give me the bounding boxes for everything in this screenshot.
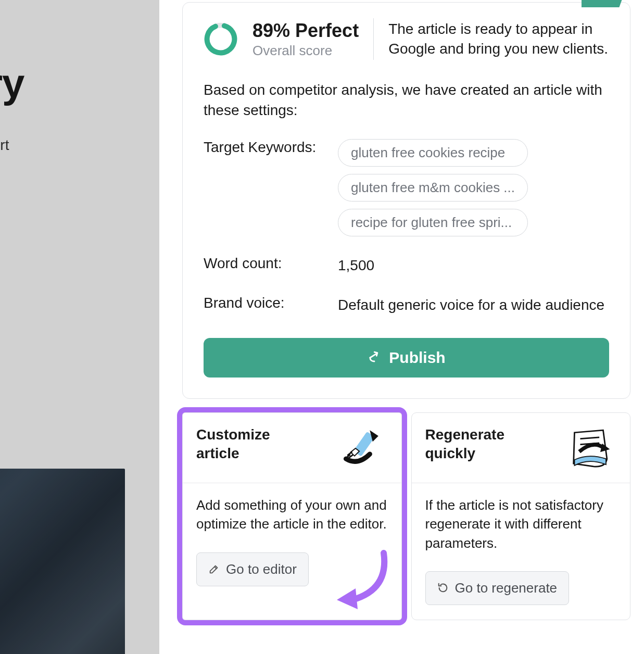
keywords-label: Target Keywords: xyxy=(204,139,333,156)
score-card: 89% Perfect Overall score The article is… xyxy=(182,2,630,399)
publish-button[interactable]: Publish xyxy=(204,338,609,378)
edit-icon xyxy=(208,563,220,575)
word-count-value: 1,500 xyxy=(338,255,374,275)
keyword-pill[interactable]: gluten free m&m cookies ... xyxy=(338,174,528,202)
annotation-arrow-icon xyxy=(332,548,394,610)
pencil-icon xyxy=(332,425,389,472)
publish-arrow-icon xyxy=(367,350,382,365)
brand-voice-value: Default generic voice for a wide audienc… xyxy=(338,295,604,315)
competitor-intro-text: Based on competitor analysis, we have cr… xyxy=(204,80,609,120)
decorative-illustration xyxy=(582,0,623,7)
score-ring-icon xyxy=(204,22,238,56)
keyword-pill[interactable]: gluten free cookies recipe xyxy=(338,139,528,167)
refresh-icon xyxy=(437,582,449,594)
article-image-placeholder xyxy=(0,469,125,654)
go-to-regenerate-button[interactable]: Go to regenerate xyxy=(425,571,570,605)
word-count-label: Word count: xyxy=(204,255,333,272)
article-text-fragment: ese treats at xyxy=(0,356,159,375)
publish-button-label: Publish xyxy=(389,349,445,367)
customize-description: Add something of your own and optimize t… xyxy=(196,496,388,534)
vertical-divider xyxy=(373,18,374,60)
customize-title: Customize article xyxy=(196,425,300,463)
keywords-pill-list: gluten free cookies recipe gluten free m… xyxy=(338,139,528,236)
score-percent: 89% Perfect xyxy=(252,20,359,42)
article-title-fragment: to Try xyxy=(0,62,159,105)
score-ready-text: The article is ready to appear in Google… xyxy=(388,19,609,59)
regenerate-description: If the article is not satisfactory regen… xyxy=(425,496,617,552)
article-text-fragment: nse of comfort xyxy=(0,135,159,155)
customize-article-card: Customize article Add something of your … xyxy=(182,412,402,620)
article-text-fragment: ? Absolutely not! xyxy=(0,196,159,216)
side-panel: 89% Perfect Overall score The article is… xyxy=(159,0,644,654)
article-text-fragment: rafted to ensure xyxy=(0,295,159,315)
svg-marker-4 xyxy=(337,588,358,609)
keyword-pill[interactable]: recipe for gluten free spri... xyxy=(338,209,528,236)
refresh-document-icon xyxy=(560,425,617,472)
article-text-fragment: ce, we've got you xyxy=(0,235,159,255)
regenerate-article-card: Regenerate quickly If the article is not… xyxy=(411,412,631,620)
go-to-regenerate-label: Go to regenerate xyxy=(455,580,558,596)
background-article-preview: to Try nse of comfort ? Absolutely not! … xyxy=(0,0,159,654)
go-to-editor-button[interactable]: Go to editor xyxy=(196,552,309,586)
regenerate-title: Regenerate quickly xyxy=(425,425,529,463)
brand-voice-label: Brand voice: xyxy=(204,295,333,311)
go-to-editor-label: Go to editor xyxy=(226,561,297,577)
score-label: Overall score xyxy=(252,43,359,59)
